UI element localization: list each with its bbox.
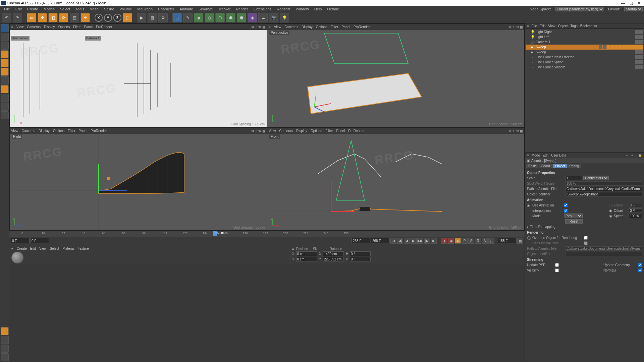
vp-nav-icon[interactable]: ⟲	[516, 25, 519, 29]
maximize-icon[interactable]: ▢	[630, 1, 633, 5]
vp-menu-cameras[interactable]: Cameras	[279, 129, 293, 133]
vp-nav-icon[interactable]: ⊕	[251, 129, 254, 133]
light[interactable]: 💡	[280, 13, 289, 22]
tag-icon[interactable]	[635, 60, 639, 64]
poly-mode[interactable]	[1, 68, 9, 76]
tab-coord[interactable]: Coord.	[539, 164, 553, 168]
menu-edit[interactable]: Edit	[13, 6, 24, 12]
end-frame-a[interactable]: 265 F	[352, 238, 370, 243]
om-item[interactable]: ○Line Cloner Plain Effector	[526, 55, 643, 60]
last-tool[interactable]: ▤	[70, 13, 79, 22]
key-rot[interactable]: R	[475, 238, 481, 244]
menu-mograph[interactable]: MoGraph	[135, 6, 155, 12]
close-icon[interactable]: ✕	[638, 1, 641, 5]
tag-icon[interactable]	[607, 45, 610, 49]
use-anim-check[interactable]	[564, 203, 568, 207]
tweak[interactable]	[1, 327, 9, 335]
vp-menu-cameras[interactable]: Cameras	[284, 25, 298, 29]
vp-nav-icon[interactable]: ▦	[520, 129, 523, 133]
undo-button[interactable]: ↶	[2, 13, 11, 22]
key-param[interactable]: A	[482, 238, 488, 244]
tag-icon[interactable]	[611, 45, 614, 49]
tag-icon[interactable]	[639, 45, 643, 49]
play-fwd[interactable]: ▶▶	[417, 238, 423, 244]
tag-icon[interactable]	[635, 50, 639, 54]
snap[interactable]	[1, 94, 9, 102]
vp-menu-display[interactable]: Display	[39, 129, 50, 133]
interp-check[interactable]	[564, 209, 568, 213]
rot-h[interactable]	[350, 251, 371, 256]
node-space-select[interactable]: Current (Standard/Physical)	[555, 7, 604, 11]
viewport-solo2[interactable]	[1, 345, 9, 353]
tag-icon[interactable]	[635, 40, 639, 44]
vp-menu-display[interactable]: Display	[44, 25, 55, 29]
scale-input[interactable]	[565, 176, 582, 180]
upd-geom-check[interactable]	[638, 263, 642, 267]
key-scale[interactable]: S	[468, 238, 474, 244]
generator2[interactable]: ◇	[205, 13, 214, 22]
pos-y[interactable]	[296, 257, 317, 261]
tag-icon[interactable]	[639, 35, 643, 39]
redo-button[interactable]: ↷	[13, 13, 22, 22]
offset-input[interactable]	[629, 208, 642, 213]
menu-octane[interactable]: Octane	[324, 6, 341, 12]
tag-icon[interactable]	[639, 30, 643, 34]
lock-icon[interactable]: 🔒	[638, 154, 642, 157]
mode-select[interactable]: Play	[564, 214, 583, 218]
keyframe-sel[interactable]: ◆	[455, 238, 461, 244]
scale-tool[interactable]: ◧	[48, 13, 58, 22]
om-item[interactable]: ◆Sweep	[526, 45, 643, 50]
vp-menu-panel[interactable]: Panel	[336, 129, 345, 133]
goto-start[interactable]: ⏮	[390, 238, 396, 244]
vp-nav-icon[interactable]: ↕	[513, 25, 515, 29]
menu-modes[interactable]: Modes	[41, 6, 57, 12]
menu-animate[interactable]: Animate	[177, 6, 196, 12]
vp-menu-cameras[interactable]: Cameras	[22, 129, 36, 133]
om-menu-edit[interactable]: Edit	[540, 24, 545, 28]
vp-menu-panel[interactable]: Panel	[341, 25, 350, 29]
current-frame[interactable]: 155 F	[498, 238, 517, 243]
vp-menu-panel[interactable]: Panel	[84, 25, 93, 29]
size-x[interactable]	[323, 251, 344, 256]
tag-icon[interactable]	[639, 60, 643, 64]
model-mode[interactable]	[1, 24, 9, 32]
upd-psr-check[interactable]	[555, 263, 559, 267]
tag-icon[interactable]	[639, 55, 643, 59]
vp-menu-view[interactable]: View	[11, 129, 18, 133]
hamburger-icon[interactable]: ≡	[11, 247, 13, 250]
size-y[interactable]	[323, 257, 344, 261]
vp-menu-prorender[interactable]: ProRender	[96, 25, 112, 29]
om-menu-file[interactable]: File	[532, 24, 537, 28]
mat-menu-create[interactable]: Create	[17, 247, 27, 250]
speed-input[interactable]	[629, 214, 642, 218]
menu-volume[interactable]: Volume	[117, 6, 135, 12]
edge-mode[interactable]	[1, 59, 9, 67]
menu-spline[interactable]: Spline	[101, 6, 117, 12]
start-frame-b[interactable]: 0 F	[30, 238, 49, 243]
menu-select[interactable]: Select	[57, 6, 73, 12]
vp-menu-prorender[interactable]: ProRender	[354, 25, 370, 29]
vp-menu-options[interactable]: Options	[53, 129, 64, 133]
tab-basic[interactable]: Basic	[526, 164, 538, 168]
mat-menu-edit[interactable]: Edit	[30, 247, 36, 250]
render-settings[interactable]: ⚙	[158, 13, 168, 22]
menu-extensions[interactable]: Extensions	[251, 6, 274, 12]
effector[interactable]: ⬢	[226, 13, 235, 22]
tab-object[interactable]: Object	[553, 164, 567, 168]
tag-icon[interactable]	[635, 65, 639, 69]
axis-z[interactable]: Z	[113, 14, 121, 22]
tag-icon[interactable]	[635, 55, 639, 59]
generator[interactable]: ◆	[194, 13, 203, 22]
hamburger-icon[interactable]: ≡	[292, 247, 294, 251]
vp-nav-icon[interactable]: ⊕	[251, 25, 254, 29]
om-item[interactable]: ○Line Cloner Smooth	[526, 65, 643, 70]
tag-icon[interactable]	[635, 35, 639, 39]
tag-icon[interactable]	[623, 45, 627, 49]
vp-nav-icon[interactable]: ⟲	[258, 129, 261, 133]
move-tool[interactable]: ✥	[38, 13, 47, 22]
vp-nav-icon[interactable]: ⟲	[516, 129, 519, 133]
override-check[interactable]	[584, 236, 588, 240]
primitive-cube[interactable]: ◻	[172, 13, 182, 22]
reset-button[interactable]: Reset	[565, 219, 583, 224]
attr-menu-userdata[interactable]: User Data	[551, 154, 566, 157]
